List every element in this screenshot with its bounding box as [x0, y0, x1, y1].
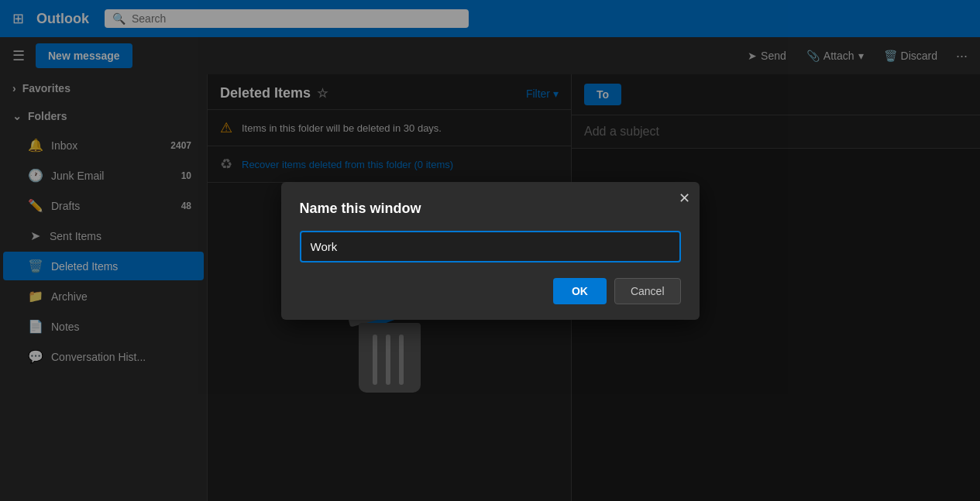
modal-title: Name this window	[300, 201, 681, 217]
modal-ok-button[interactable]: OK	[553, 278, 607, 304]
modal-dialog: ✕ Name this window OK Cancel	[281, 182, 700, 320]
modal-name-input[interactable]	[300, 231, 681, 263]
modal-overlay: ✕ Name this window OK Cancel	[0, 0, 980, 501]
modal-buttons: OK Cancel	[300, 278, 681, 304]
modal-close-button[interactable]: ✕	[679, 191, 690, 205]
modal-cancel-button[interactable]: Cancel	[614, 278, 681, 304]
